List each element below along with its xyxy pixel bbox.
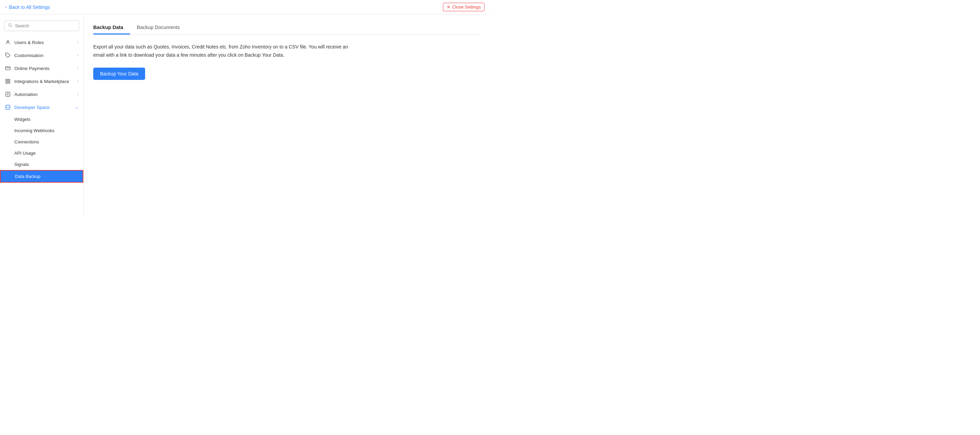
svg-rect-7: [8, 79, 10, 81]
svg-rect-4: [5, 67, 10, 70]
chevron-down-icon: ⌄: [75, 105, 78, 110]
search-container: [0, 18, 83, 34]
content-description: Export all your data such as Quotes, Inv…: [93, 43, 349, 59]
svg-point-3: [6, 54, 7, 55]
users-icon: [5, 39, 11, 45]
sidebar-sub-item-label: Data Backup: [15, 174, 40, 179]
sidebar-item-customisation[interactable]: Customisation ›: [0, 49, 83, 62]
sidebar-sub-item-label: Connections: [14, 139, 39, 145]
chevron-right-icon: ›: [77, 40, 78, 45]
sidebar-item-label: Integrations & Marketplace: [14, 79, 69, 84]
svg-rect-6: [6, 79, 8, 81]
chevron-right-icon: ›: [77, 92, 78, 97]
sidebar-item-automation[interactable]: Automation ›: [0, 88, 83, 101]
svg-rect-8: [6, 81, 8, 83]
search-icon: [8, 23, 13, 29]
sidebar-item-developer-space[interactable]: Developer Space ⌄: [0, 101, 83, 114]
sidebar-sub-item-widgets[interactable]: Widgets: [0, 114, 83, 125]
sidebar-sub-item-incoming-webhooks[interactable]: Incoming Webhooks: [0, 125, 83, 136]
sidebar-sub-item-connections[interactable]: Connections: [0, 136, 83, 148]
close-icon: ✕: [447, 5, 450, 10]
svg-point-2: [7, 41, 8, 42]
creditcard-icon: [5, 65, 11, 72]
sidebar-sub-item-api-usage[interactable]: API Usage: [0, 148, 83, 159]
chevron-right-icon: ›: [77, 79, 78, 84]
automation-icon: [5, 91, 11, 97]
tag-icon: [5, 52, 11, 58]
sidebar-item-label: Customisation: [14, 53, 44, 58]
top-bar: ‹ Back to All Settings ✕ Close Settings: [0, 0, 490, 14]
sidebar-sub-item-label: Signals: [14, 162, 29, 167]
chevron-left-icon: ‹: [5, 5, 7, 10]
search-box: [4, 21, 79, 31]
content-area: Backup Data Backup Documents Export all …: [84, 14, 490, 218]
main-layout: Users & Roles › Customisation ›: [0, 14, 490, 218]
sidebar-sub-item-label: Incoming Webhooks: [14, 128, 55, 133]
sidebar-item-label: Developer Space: [14, 105, 50, 110]
sidebar-item-label: Users & Roles: [14, 40, 44, 45]
sidebar-sub-item-label: Widgets: [14, 117, 30, 122]
back-to-all-settings-link[interactable]: ‹ Back to All Settings: [5, 5, 50, 10]
tabs: Backup Data Backup Documents: [93, 21, 480, 35]
svg-line-1: [11, 26, 12, 27]
sidebar-item-label: Online Payments: [14, 66, 49, 71]
sidebar-item-integrations[interactable]: Integrations & Marketplace ›: [0, 75, 83, 88]
sidebar-sub-item-label: API Usage: [14, 151, 35, 156]
sidebar-sub-item-data-backup[interactable]: Data Backup: [0, 170, 83, 183]
sidebar-item-online-payments[interactable]: Online Payments ›: [0, 62, 83, 75]
search-input[interactable]: [15, 23, 75, 28]
svg-rect-9: [8, 81, 10, 83]
tab-backup-data[interactable]: Backup Data: [93, 21, 130, 35]
sidebar-item-label: Automation: [14, 92, 38, 97]
back-label: Back to All Settings: [9, 5, 50, 10]
backup-your-data-button[interactable]: Backup Your Data: [93, 68, 145, 80]
close-settings-label: Close Settings: [452, 5, 481, 10]
grid-icon: [5, 78, 11, 84]
sidebar-sub-item-signals[interactable]: Signals: [0, 159, 83, 170]
chevron-right-icon: ›: [77, 53, 78, 58]
close-settings-button[interactable]: ✕ Close Settings: [443, 3, 485, 11]
sidebar: Users & Roles › Customisation ›: [0, 14, 84, 218]
tab-backup-documents[interactable]: Backup Documents: [137, 21, 187, 35]
chevron-right-icon: ›: [77, 66, 78, 71]
sidebar-item-users-roles[interactable]: Users & Roles ›: [0, 36, 83, 49]
svg-point-0: [8, 24, 11, 26]
developer-icon: [5, 104, 11, 110]
